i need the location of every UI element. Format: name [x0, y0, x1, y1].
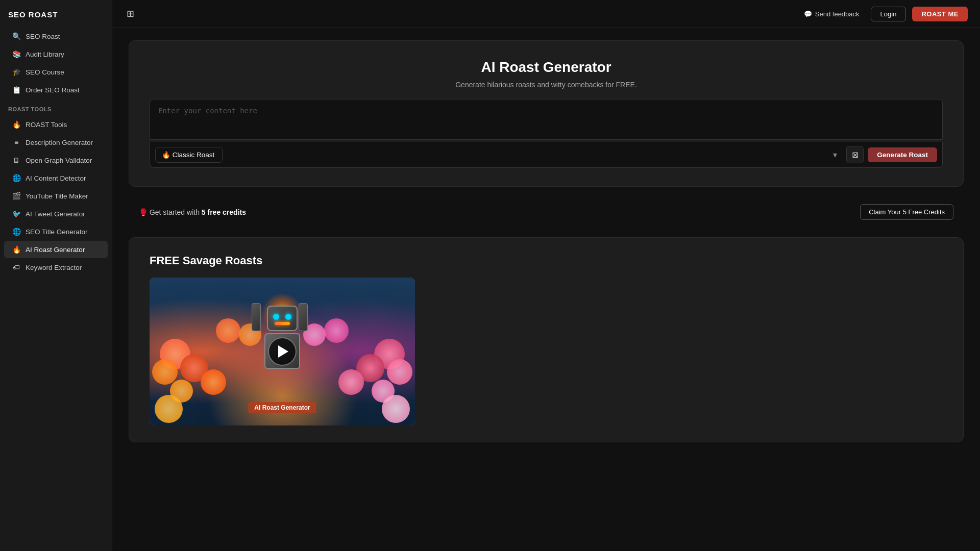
sidebar: SEO ROAST 🔍 SEO Roast📚 Audit Library🎓 SE…: [0, 0, 112, 551]
sidebar-item-description-generator[interactable]: ≡ Description Generator: [4, 134, 108, 151]
nav-icon-seo-course: 🎓: [12, 68, 20, 76]
login-button[interactable]: Login: [871, 7, 906, 21]
header-right: 💬 Send feedback Login ROAST ME: [799, 7, 968, 21]
content-textarea[interactable]: [150, 99, 943, 140]
sidebar-item-seo-title-generator[interactable]: 🌐 SEO Title Generator: [4, 223, 108, 240]
roast-type-select[interactable]: 🔥 Classic Roast😊 Mild Roast💀 Savage Roas…: [155, 147, 223, 163]
nav-label-ai-tweet-generator: AI Tweet Generator: [26, 210, 85, 218]
play-triangle-icon: [278, 345, 288, 358]
claim-credits-button[interactable]: Claim Your 5 Free Credits: [860, 204, 953, 220]
sidebar-item-audit-library[interactable]: 📚 Audit Library: [4, 45, 108, 63]
sidebar-item-ai-content-detector[interactable]: 🌐 AI Content Detector: [4, 169, 108, 187]
nav-label-keyword-extractor: Keyword Extractor: [26, 264, 82, 271]
clear-button[interactable]: ⊠: [846, 146, 864, 163]
nav-label-audit-library: Audit Library: [26, 51, 64, 58]
nav-label-description-generator: Description Generator: [26, 139, 93, 146]
nav-icon-ai-roast-generator: 🔥: [12, 245, 20, 254]
roastme-button[interactable]: ROAST ME: [912, 7, 968, 21]
tools-section-label: ROAST Tools: [0, 99, 112, 115]
sidebar-item-roast-tools[interactable]: 🔥 ROAST Tools: [4, 116, 108, 133]
sidebar-item-ai-roast-generator[interactable]: 🔥 AI Roast Generator: [4, 241, 108, 258]
sidebar-item-open-graph-validator[interactable]: 🖥 Open Graph Validator: [4, 152, 108, 169]
sidebar-item-ai-tweet-generator[interactable]: 🐦 AI Tweet Generator: [4, 205, 108, 222]
brand-logo: SEO ROAST: [0, 8, 112, 27]
video-section-title: FREE Savage Roasts: [150, 254, 943, 267]
nav-icon-roast-tools: 🔥: [12, 120, 20, 129]
credits-prefix: 🥊 Get started with: [139, 208, 200, 216]
generate-button[interactable]: Generate Roast: [868, 147, 937, 162]
nav-label-roast-tools: ROAST Tools: [26, 121, 67, 129]
nav-icon-youtube-title-maker: 🎬: [12, 192, 20, 200]
credits-highlight: 5 free credits: [202, 208, 246, 216]
nav-label-ai-roast-generator: AI Roast Generator: [26, 246, 85, 254]
sidebar-item-order-seo-roast[interactable]: 📋 Order SEO Roast: [4, 81, 108, 98]
nav-icon-order-seo-roast: 📋: [12, 86, 20, 94]
nav-icon-description-generator: ≡: [12, 138, 20, 146]
header-left: ⊞: [125, 6, 136, 21]
nav-label-seo-course: SEO Course: [26, 68, 64, 76]
nav-icon-ai-content-detector: 🌐: [12, 174, 20, 182]
tools-nav: 🔥 ROAST Tools≡ Description Generator🖥 Op…: [0, 115, 112, 277]
nav-label-youtube-title-maker: YouTube Title Maker: [26, 192, 88, 200]
roast-type-select-wrapper: 🔥 Classic Roast😊 Mild Roast💀 Savage Roas…: [155, 147, 842, 163]
toolbar-row: 🔥 Classic Roast😊 Mild Roast💀 Savage Roas…: [150, 142, 943, 168]
nav-label-ai-content-detector: AI Content Detector: [26, 174, 86, 182]
tool-subtitle: Generate hilarious roasts and witty come…: [150, 81, 943, 89]
clear-icon: ⊠: [852, 150, 859, 160]
credits-banner: 🥊 Get started with 5 free credits Claim …: [129, 197, 964, 227]
sidebar-item-keyword-extractor[interactable]: 🏷 Keyword Extractor: [4, 259, 108, 276]
video-thumbnail[interactable]: AI Roast Generator: [150, 278, 415, 425]
sidebar-item-seo-course[interactable]: 🎓 SEO Course: [4, 63, 108, 81]
sidebar-item-seo-roast[interactable]: 🔍 SEO Roast: [4, 28, 108, 45]
tool-card: AI Roast Generator Generate hilarious ro…: [129, 40, 964, 187]
nav-label-open-graph-validator: Open Graph Validator: [26, 157, 92, 164]
nav-icon-seo-title-generator: 🌐: [12, 228, 20, 236]
content-area: AI Roast Generator Generate hilarious ro…: [112, 28, 980, 551]
play-button[interactable]: [268, 337, 297, 366]
nav-icon-open-graph-validator: 🖥: [12, 156, 20, 164]
main-nav: 🔍 SEO Roast📚 Audit Library🎓 SEO Course📋 …: [0, 27, 112, 99]
feedback-icon: 💬: [804, 10, 812, 18]
nav-icon-seo-roast: 🔍: [12, 32, 20, 40]
nav-icon-keyword-extractor: 🏷: [12, 263, 20, 271]
sidebar-item-youtube-title-maker[interactable]: 🎬 YouTube Title Maker: [4, 187, 108, 205]
nav-label-order-seo-roast: Order SEO Roast: [26, 86, 80, 94]
credits-text: 🥊 Get started with 5 free credits: [139, 208, 246, 216]
main-area: ⊞ 💬 Send feedback Login ROAST ME AI Roas…: [112, 0, 980, 551]
send-feedback-button[interactable]: 💬 Send feedback: [799, 7, 865, 21]
tool-title: AI Roast Generator: [150, 59, 943, 76]
nav-label-seo-title-generator: SEO Title Generator: [26, 228, 88, 236]
nav-label-seo-roast: SEO Roast: [26, 33, 60, 40]
video-card: FREE Savage Roasts: [129, 237, 964, 442]
header: ⊞ 💬 Send feedback Login ROAST ME: [112, 0, 980, 28]
nav-icon-audit-library: 📚: [12, 50, 20, 58]
nav-icon-ai-tweet-generator: 🐦: [12, 210, 20, 218]
feedback-label: Send feedback: [815, 10, 860, 18]
sidebar-toggle-button[interactable]: ⊞: [125, 6, 136, 21]
video-label: AI Roast Generator: [248, 402, 316, 413]
